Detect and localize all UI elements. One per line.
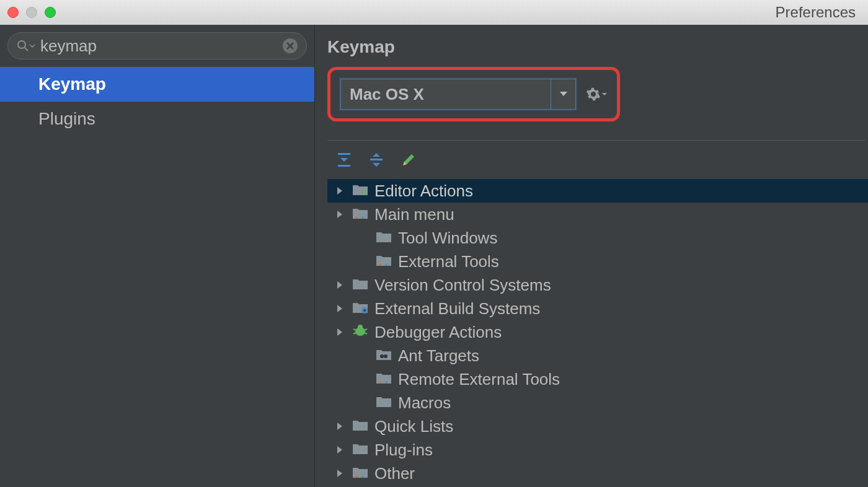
search-input[interactable]: [40, 37, 283, 56]
tree-node[interactable]: Editor Actions: [327, 179, 868, 203]
svg-point-22: [382, 381, 384, 384]
main-panel: Keymap Mac OS X: [315, 25, 868, 487]
tree-node-label: Quick Lists: [374, 417, 453, 436]
folder-dots-icon: [376, 252, 392, 271]
svg-point-0: [18, 41, 25, 48]
tree-node-label: External Build Systems: [374, 299, 540, 318]
tree-node[interactable]: Main menu: [327, 203, 868, 226]
search-box[interactable]: [7, 32, 307, 59]
tree-node-label: Main menu: [374, 205, 454, 224]
svg-point-24: [355, 475, 358, 478]
svg-point-19: [380, 354, 384, 358]
tree-node-label: Debugger Actions: [374, 323, 502, 342]
tree-node[interactable]: Version Control Systems: [327, 273, 868, 297]
titlebar: Preferences: [0, 0, 868, 25]
tree-node[interactable]: Other: [327, 462, 868, 485]
svg-point-12: [363, 309, 366, 312]
tree-node-label: External Tools: [398, 252, 499, 271]
tree-node[interactable]: External Build Systems: [327, 297, 868, 320]
folder-icon: [352, 441, 368, 460]
tree-node-label: Other: [374, 464, 415, 483]
close-icon: [286, 42, 294, 50]
close-window-button[interactable]: [7, 7, 19, 18]
folder-icon: [352, 417, 368, 436]
tree-node-label: Plug-ins: [374, 441, 433, 460]
tree-node-label: Macros: [398, 393, 451, 413]
tree-node[interactable]: Quick Lists: [327, 415, 868, 438]
collapse-all-button[interactable]: [368, 152, 384, 170]
sidebar-list: Keymap Plugins: [0, 67, 314, 487]
expand-all-icon: [336, 152, 352, 168]
sidebar-item-label: Plugins: [38, 109, 95, 128]
tree-node-label: Version Control Systems: [374, 276, 551, 295]
svg-line-17: [353, 333, 356, 334]
svg-line-16: [365, 329, 367, 330]
action-tree: Editor ActionsMain menuTool WindowsExter…: [327, 179, 868, 487]
tree-node[interactable]: External Tools: [327, 250, 868, 273]
folder-dots-icon: [376, 370, 392, 389]
svg-rect-3: [338, 165, 350, 167]
maximize-window-button[interactable]: [45, 7, 56, 18]
svg-point-14: [358, 325, 363, 330]
svg-line-15: [353, 329, 356, 330]
svg-line-18: [365, 333, 367, 334]
svg-point-23: [385, 381, 388, 384]
folder-icon: [352, 276, 368, 295]
sidebar-item-keymap[interactable]: Keymap: [0, 67, 314, 102]
svg-point-7: [361, 216, 364, 219]
expand-arrow-icon: [334, 281, 346, 289]
svg-point-20: [384, 354, 388, 358]
sidebar-item-plugins[interactable]: Plugins: [0, 102, 314, 136]
tree-node-label: Tool Windows: [398, 229, 497, 248]
svg-line-1: [25, 48, 28, 51]
sidebar: Keymap Plugins: [0, 25, 315, 487]
expand-arrow-icon: [334, 210, 346, 219]
svg-point-10: [385, 263, 388, 266]
svg-point-8: [379, 263, 381, 266]
tree-node[interactable]: Debugger Actions: [327, 320, 868, 344]
collapse-all-icon: [368, 152, 384, 168]
tree-node-label: Editor Actions: [374, 182, 473, 201]
tree-node[interactable]: Tool Windows: [327, 226, 868, 250]
expand-arrow-icon: [334, 186, 346, 195]
svg-point-26: [361, 475, 364, 478]
svg-point-9: [382, 263, 384, 266]
keymap-dropdown[interactable]: Mac OS X: [340, 79, 576, 110]
expand-all-button[interactable]: [336, 152, 352, 170]
gear-icon: [586, 87, 601, 102]
folder-edit-icon: [352, 182, 368, 201]
folder-dots-icon: [352, 464, 368, 483]
clear-search-button[interactable]: [283, 38, 298, 53]
tree-node[interactable]: Remote External Tools: [327, 367, 868, 391]
keymap-dropdown-value: Mac OS X: [341, 79, 551, 109]
chevron-down-icon: [551, 79, 575, 109]
keymap-selector-highlight: Mac OS X: [327, 67, 620, 121]
folder-ant-icon: [376, 346, 392, 366]
svg-rect-4: [370, 159, 383, 160]
folder-icon: [376, 393, 392, 413]
chevron-down-icon: [602, 92, 607, 97]
svg-point-25: [358, 475, 361, 478]
bug-icon: [352, 323, 368, 342]
page-title: Keymap: [327, 37, 868, 57]
tree-node[interactable]: Plug-ins: [327, 438, 868, 462]
separator: [327, 140, 866, 141]
expand-arrow-icon: [334, 422, 346, 431]
keymap-settings-button[interactable]: [586, 87, 607, 102]
sidebar-item-label: Keymap: [38, 74, 106, 94]
minimize-window-button[interactable]: [26, 7, 37, 18]
tree-node-label: Ant Targets: [398, 346, 479, 366]
svg-point-21: [379, 381, 381, 384]
folder-gear-icon: [352, 299, 368, 318]
tree-node[interactable]: Ant Targets: [327, 344, 868, 367]
svg-rect-2: [338, 153, 350, 155]
edit-button[interactable]: [401, 152, 417, 170]
search-icon: [17, 40, 35, 52]
expand-arrow-icon: [334, 445, 346, 454]
expand-arrow-icon: [334, 304, 346, 313]
expand-arrow-icon: [334, 469, 346, 478]
window-title: Preferences: [776, 4, 856, 21]
svg-point-5: [355, 216, 358, 219]
traffic-lights: [7, 7, 56, 18]
tree-node[interactable]: Macros: [327, 391, 868, 415]
